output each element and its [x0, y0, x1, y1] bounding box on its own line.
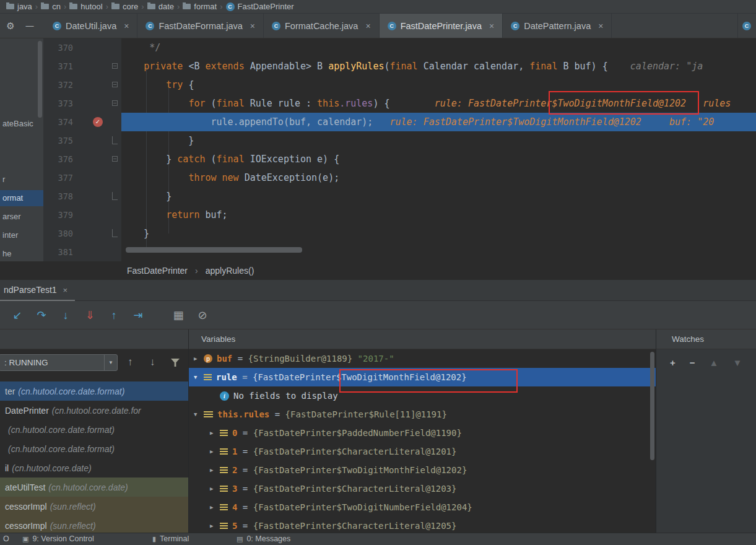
breadcrumb-item[interactable]: date — [146, 2, 175, 11]
code-line[interactable]: 370 */ — [43, 38, 756, 57]
move-watch-up-icon[interactable]: ▲ — [710, 358, 719, 368]
variable-row[interactable]: ▼this.rules = {FastDatePrinter$Rule[11]@… — [189, 405, 656, 424]
editor-tab[interactable]: CFastDateFormat.java× — [137, 14, 264, 38]
tab-close-icon[interactable]: × — [124, 21, 129, 31]
force-step-into-icon[interactable]: ⇓ — [82, 308, 97, 323]
mute-breakpoints-icon[interactable]: ⊘ — [195, 308, 210, 323]
chevron-collapsed-icon[interactable]: ▶ — [210, 430, 220, 436]
stack-frame-row[interactable]: (cn.hutool.core.date.format) — [0, 439, 188, 458]
gutter-area[interactable] — [73, 168, 121, 187]
editor-breadcrumb-item[interactable]: applyRules() — [206, 266, 254, 276]
stack-frame-row[interactable]: cessorImpl (sun.reflect) — [0, 497, 188, 516]
code-line[interactable]: 375 } — [43, 131, 756, 150]
gutter-area[interactable] — [73, 243, 121, 261]
breadcrumb-item[interactable]: format — [181, 2, 218, 11]
next-frame-icon[interactable]: ↓ — [150, 356, 155, 368]
gutter-area[interactable] — [73, 206, 121, 224]
version-control-button[interactable]: ▣9: Version Control — [22, 534, 94, 543]
stack-frame-row[interactable]: cessorImpl (sun.reflect) — [0, 516, 188, 533]
breakpoint-icon[interactable]: ✓ — [93, 117, 103, 127]
breadcrumb-item[interactable]: java — [5, 2, 33, 11]
code-line[interactable]: 372 try { — [43, 76, 756, 94]
stack-frame-row[interactable]: ter (cn.hutool.core.date.format) — [0, 381, 188, 401]
show-execution-point-icon[interactable]: ↙ — [10, 308, 25, 323]
code-line[interactable]: 380 } — [43, 224, 756, 243]
fold-collapse-icon[interactable] — [112, 63, 118, 69]
chevron-collapsed-icon[interactable]: ▶ — [210, 448, 220, 455]
gutter-area[interactable] — [73, 150, 121, 168]
editor-tab[interactable]: CFormatCache.java× — [264, 14, 380, 38]
fold-collapse-icon[interactable] — [112, 156, 118, 162]
chevron-expanded-icon[interactable]: ▼ — [194, 374, 204, 380]
project-tree-item[interactable]: r — [0, 172, 43, 188]
breadcrumb-item[interactable]: CFastDatePrinter — [225, 2, 295, 11]
variable-row[interactable]: ▶0 = {FastDatePrinter$PaddedNumberField@… — [189, 424, 656, 442]
project-scrollbar[interactable] — [38, 41, 42, 118]
code-line[interactable]: 373 for (final Rule rule : this.rules) {… — [43, 94, 756, 113]
variable-row[interactable]: ▶1 = {FastDatePrinter$CharacterLiteral@1… — [189, 442, 656, 461]
variable-row[interactable]: ▶pbuf = {StringBuilder@1189} "2017-" — [189, 349, 656, 368]
project-tree-item[interactable]: arser — [0, 209, 43, 225]
previous-frame-icon[interactable]: ↑ — [128, 356, 133, 368]
gutter-area[interactable] — [73, 187, 121, 206]
code-line[interactable]: 378 } — [43, 187, 756, 206]
terminal-button[interactable]: ▮Terminal — [152, 534, 189, 543]
tab-close-icon[interactable]: × — [63, 286, 68, 295]
variable-row[interactable]: ▶2 = {FastDatePrinter$TwoDigitMonthField… — [189, 461, 656, 479]
editor-tab[interactable]: CDatePattern.java× — [503, 14, 612, 38]
editor-tab[interactable]: CFastDatePrinter.java× — [380, 14, 503, 38]
step-out-icon[interactable]: ↑ — [106, 308, 121, 323]
variable-row[interactable]: ▶4 = {FastDatePrinter$TwoDigitNumberFiel… — [189, 498, 656, 517]
code-line[interactable]: 374✓ rule.appendTo(buf, calendar); rule:… — [43, 113, 756, 131]
gutter-area[interactable] — [73, 94, 121, 113]
chevron-expanded-icon[interactable]: ▼ — [194, 411, 204, 417]
horizontal-scrollbar[interactable] — [126, 247, 302, 253]
stack-frame-row[interactable]: ateUtilTest (cn.hutool.core.date) — [0, 477, 188, 497]
run-to-cursor-icon[interactable]: ⇥ — [131, 308, 146, 323]
fold-collapse-icon[interactable] — [112, 100, 118, 106]
gutter-area[interactable] — [73, 131, 121, 150]
tab-close-icon[interactable]: × — [250, 21, 255, 31]
tab-close-icon[interactable]: × — [598, 21, 603, 31]
minimize-icon[interactable]: — — [21, 14, 38, 38]
gutter-area[interactable]: ✓ — [73, 113, 121, 131]
view-breakpoints-icon[interactable]: ▦ — [171, 308, 186, 323]
messages-button[interactable]: ▤0: Messages — [237, 534, 290, 543]
editor-tab-partial[interactable]: C — [737, 14, 756, 38]
stack-frame-row[interactable]: (cn.hutool.core.date.format) — [0, 420, 188, 439]
move-watch-down-icon[interactable]: ▼ — [732, 358, 742, 368]
chevron-collapsed-icon[interactable]: ▶ — [210, 486, 220, 492]
variable-row[interactable]: ▼rule = {FastDatePrinter$TwoDigitMonthFi… — [189, 368, 656, 386]
editor-tab[interactable]: CDateUtil.java× — [45, 14, 137, 38]
tab-close-icon[interactable]: × — [365, 21, 370, 31]
project-tree-item[interactable]: inter — [0, 227, 43, 243]
stack-frame-row[interactable]: il (cn.hutool.core.date) — [0, 458, 188, 477]
project-tree-item[interactable]: he — [0, 246, 43, 261]
code-line[interactable]: 377 throw new DateException(e); — [43, 168, 756, 187]
hide-frames-filter-icon[interactable] — [171, 359, 180, 367]
remove-watch-icon[interactable]: − — [690, 358, 695, 368]
add-watch-icon[interactable]: + — [670, 358, 676, 368]
variables-scrollbar[interactable] — [650, 352, 654, 460]
stack-frame-row[interactable]: DatePrinter (cn.hutool.core.date.for — [0, 401, 188, 420]
chevron-collapsed-icon[interactable]: ▶ — [210, 504, 220, 510]
thread-dropdown[interactable]: : RUNNING ▼ — [0, 354, 118, 371]
editor-breadcrumb-item[interactable]: FastDatePrinter — [127, 266, 188, 276]
step-into-icon[interactable]: ↓ — [58, 308, 73, 323]
debug-session-tab[interactable]: ndParseTest1 × — [0, 280, 75, 301]
breadcrumb-item[interactable]: core — [110, 2, 139, 11]
gutter-area[interactable] — [73, 57, 121, 76]
code-line[interactable]: 371 private <B extends Appendable> B app… — [43, 57, 756, 76]
tab-close-icon[interactable]: × — [489, 21, 494, 31]
chevron-collapsed-icon[interactable]: ▶ — [210, 523, 220, 529]
chevron-collapsed-icon[interactable]: ▶ — [210, 467, 220, 473]
variable-row[interactable]: ▶5 = {FastDatePrinter$CharacterLiteral@1… — [189, 517, 656, 533]
breadcrumb-item[interactable]: cn — [40, 2, 62, 11]
project-tree-item[interactable]: ormat — [0, 190, 43, 206]
code-line[interactable]: 379 return buf; — [43, 206, 756, 224]
fold-collapse-icon[interactable] — [112, 82, 118, 87]
gutter-area[interactable] — [73, 76, 121, 94]
variable-row[interactable]: iNo fields to display — [189, 386, 656, 405]
variable-row[interactable]: ▶3 = {FastDatePrinter$CharacterLiteral@1… — [189, 479, 656, 498]
gutter-area[interactable] — [73, 38, 121, 57]
